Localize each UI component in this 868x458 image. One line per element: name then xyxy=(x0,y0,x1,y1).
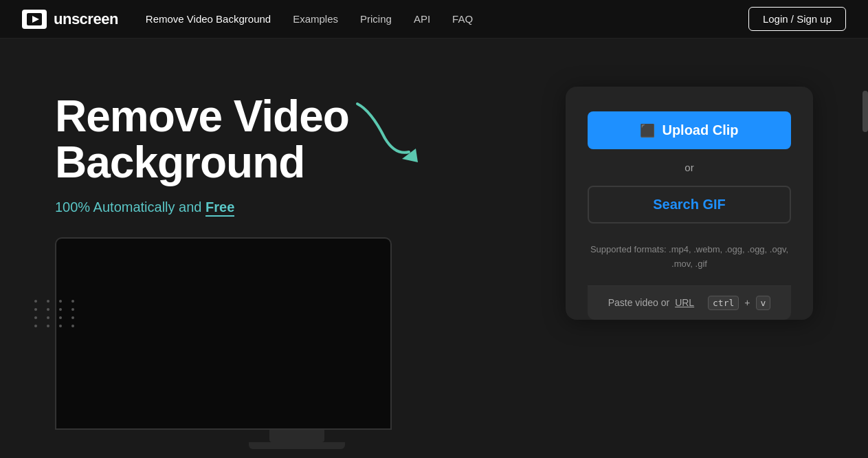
hero-title-line2: Background xyxy=(55,138,304,187)
monitor-screen xyxy=(55,237,392,430)
dot xyxy=(71,325,74,327)
dot xyxy=(34,300,37,303)
hero-subtitle: 100% Automatically and Free xyxy=(55,199,538,215)
nav-link-api[interactable]: API xyxy=(414,13,430,25)
nav-link-pricing[interactable]: Pricing xyxy=(360,13,392,25)
navbar: unscreen Remove Video Background Example… xyxy=(0,0,868,39)
scrollbar-thumb[interactable] xyxy=(863,91,868,132)
dot xyxy=(71,316,74,319)
plus-sign: + xyxy=(744,297,750,308)
main-content: Remove Video Background 100% Automatical… xyxy=(0,39,868,458)
hero-title-line1: Remove Video xyxy=(55,91,349,141)
upload-icon: ⬛ xyxy=(640,123,655,138)
hero-title: Remove Video Background xyxy=(55,94,538,186)
or-divider: or xyxy=(685,162,693,173)
arrow-decoration xyxy=(350,97,433,166)
paste-separator xyxy=(700,297,702,308)
dot xyxy=(34,325,37,327)
monitor-stand xyxy=(269,430,324,442)
logo[interactable]: unscreen xyxy=(22,10,118,29)
dot xyxy=(47,300,49,303)
paste-url-link[interactable]: URL xyxy=(675,297,694,308)
v-key: v xyxy=(756,296,771,310)
dot xyxy=(59,325,62,327)
dot xyxy=(47,308,49,311)
svg-marker-2 xyxy=(402,149,418,162)
monitor-wrapper xyxy=(55,237,538,449)
dot xyxy=(59,300,62,303)
dot xyxy=(47,316,49,319)
search-gif-button[interactable]: Search GIF xyxy=(588,186,791,223)
dot xyxy=(34,308,37,311)
nav-links: Remove Video Background Examples Pricing… xyxy=(146,13,473,25)
nav-link-remove-bg[interactable]: Remove Video Background xyxy=(146,13,271,25)
paste-prefix: Paste video or xyxy=(608,297,670,308)
login-signup-button[interactable]: Login / Sign up xyxy=(748,7,846,31)
dot xyxy=(71,308,74,311)
navbar-left: unscreen Remove Video Background Example… xyxy=(22,10,473,29)
upload-panel: ⬛ Upload Clip or Search GIF Supported fo… xyxy=(566,87,813,320)
supported-formats-text: Supported formats: .mp4, .webm, .ogg, .o… xyxy=(588,243,791,272)
dot xyxy=(59,316,62,319)
upload-label: Upload Clip xyxy=(662,122,738,138)
upload-clip-button[interactable]: ⬛ Upload Clip xyxy=(588,111,791,149)
nav-link-faq[interactable]: FAQ xyxy=(452,13,473,25)
dot xyxy=(34,316,37,319)
dot xyxy=(59,308,62,311)
nav-link-examples[interactable]: Examples xyxy=(293,13,338,25)
decorative-dots xyxy=(34,300,78,327)
dot xyxy=(71,300,74,303)
logo-icon xyxy=(22,10,47,29)
subtitle-prefix: 100% Automatically and xyxy=(55,199,205,215)
scrollbar-track[interactable] xyxy=(863,77,868,458)
subtitle-free: Free xyxy=(205,199,234,217)
dot xyxy=(47,325,49,327)
paste-bar: Paste video or URL ctrl + v xyxy=(588,285,791,320)
ctrl-key: ctrl xyxy=(708,296,739,310)
logo-text: unscreen xyxy=(54,10,118,28)
monitor-base xyxy=(249,442,345,449)
left-content: Remove Video Background 100% Automatical… xyxy=(55,80,538,449)
